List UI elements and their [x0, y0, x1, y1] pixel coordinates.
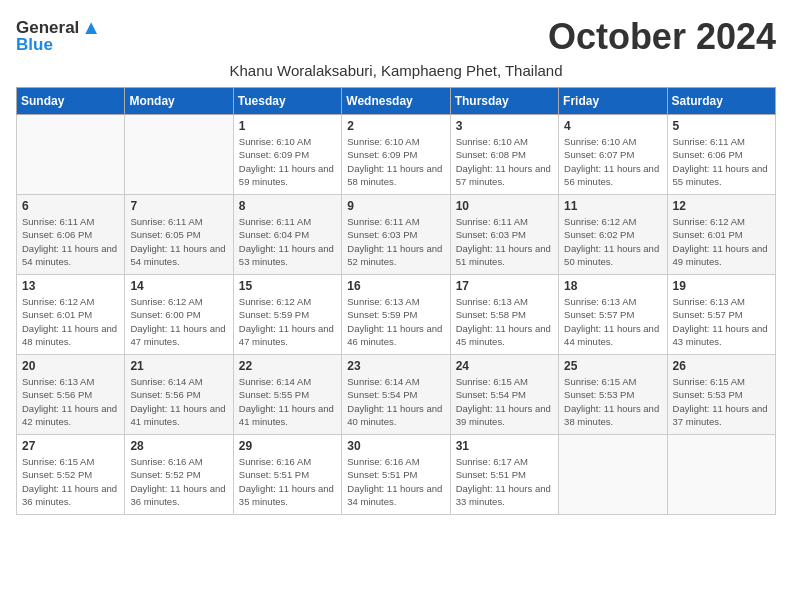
- day-info: Sunrise: 6:13 AMSunset: 5:56 PMDaylight:…: [22, 375, 119, 428]
- day-info: Sunrise: 6:11 AMSunset: 6:04 PMDaylight:…: [239, 215, 336, 268]
- day-info: Sunrise: 6:11 AMSunset: 6:06 PMDaylight:…: [673, 135, 770, 188]
- weekday-header-sunday: Sunday: [17, 88, 125, 115]
- logo: General ▲ Blue: [16, 16, 101, 55]
- weekday-header-tuesday: Tuesday: [233, 88, 341, 115]
- day-number: 27: [22, 439, 119, 453]
- day-number: 11: [564, 199, 661, 213]
- day-number: 17: [456, 279, 553, 293]
- calendar-cell: 12Sunrise: 6:12 AMSunset: 6:01 PMDayligh…: [667, 195, 775, 275]
- day-info: Sunrise: 6:12 AMSunset: 6:01 PMDaylight:…: [673, 215, 770, 268]
- day-number: 5: [673, 119, 770, 133]
- day-number: 25: [564, 359, 661, 373]
- subtitle: Khanu Woralaksaburi, Kamphaeng Phet, Tha…: [16, 62, 776, 79]
- day-info: Sunrise: 6:17 AMSunset: 5:51 PMDaylight:…: [456, 455, 553, 508]
- day-info: Sunrise: 6:16 AMSunset: 5:51 PMDaylight:…: [347, 455, 444, 508]
- day-number: 28: [130, 439, 227, 453]
- day-number: 22: [239, 359, 336, 373]
- calendar-cell: 7Sunrise: 6:11 AMSunset: 6:05 PMDaylight…: [125, 195, 233, 275]
- day-number: 9: [347, 199, 444, 213]
- day-info: Sunrise: 6:14 AMSunset: 5:54 PMDaylight:…: [347, 375, 444, 428]
- day-number: 3: [456, 119, 553, 133]
- calendar-cell: 30Sunrise: 6:16 AMSunset: 5:51 PMDayligh…: [342, 435, 450, 515]
- calendar-cell: 13Sunrise: 6:12 AMSunset: 6:01 PMDayligh…: [17, 275, 125, 355]
- calendar-cell: 16Sunrise: 6:13 AMSunset: 5:59 PMDayligh…: [342, 275, 450, 355]
- day-info: Sunrise: 6:10 AMSunset: 6:09 PMDaylight:…: [239, 135, 336, 188]
- day-info: Sunrise: 6:11 AMSunset: 6:05 PMDaylight:…: [130, 215, 227, 268]
- calendar-cell: 9Sunrise: 6:11 AMSunset: 6:03 PMDaylight…: [342, 195, 450, 275]
- day-number: 13: [22, 279, 119, 293]
- calendar-cell: 31Sunrise: 6:17 AMSunset: 5:51 PMDayligh…: [450, 435, 558, 515]
- day-info: Sunrise: 6:13 AMSunset: 5:57 PMDaylight:…: [673, 295, 770, 348]
- day-info: Sunrise: 6:15 AMSunset: 5:53 PMDaylight:…: [673, 375, 770, 428]
- day-info: Sunrise: 6:12 AMSunset: 6:01 PMDaylight:…: [22, 295, 119, 348]
- day-info: Sunrise: 6:14 AMSunset: 5:56 PMDaylight:…: [130, 375, 227, 428]
- weekday-header-monday: Monday: [125, 88, 233, 115]
- day-number: 12: [673, 199, 770, 213]
- day-info: Sunrise: 6:10 AMSunset: 6:09 PMDaylight:…: [347, 135, 444, 188]
- day-number: 4: [564, 119, 661, 133]
- day-number: 1: [239, 119, 336, 133]
- calendar-cell: 11Sunrise: 6:12 AMSunset: 6:02 PMDayligh…: [559, 195, 667, 275]
- day-info: Sunrise: 6:14 AMSunset: 5:55 PMDaylight:…: [239, 375, 336, 428]
- calendar-cell: 14Sunrise: 6:12 AMSunset: 6:00 PMDayligh…: [125, 275, 233, 355]
- weekday-header-friday: Friday: [559, 88, 667, 115]
- day-number: 14: [130, 279, 227, 293]
- day-info: Sunrise: 6:11 AMSunset: 6:03 PMDaylight:…: [456, 215, 553, 268]
- day-number: 7: [130, 199, 227, 213]
- calendar-cell: 25Sunrise: 6:15 AMSunset: 5:53 PMDayligh…: [559, 355, 667, 435]
- day-number: 20: [22, 359, 119, 373]
- calendar-cell: [17, 115, 125, 195]
- calendar-cell: 1Sunrise: 6:10 AMSunset: 6:09 PMDaylight…: [233, 115, 341, 195]
- calendar-cell: 4Sunrise: 6:10 AMSunset: 6:07 PMDaylight…: [559, 115, 667, 195]
- calendar-cell: [559, 435, 667, 515]
- day-number: 10: [456, 199, 553, 213]
- calendar-cell: 18Sunrise: 6:13 AMSunset: 5:57 PMDayligh…: [559, 275, 667, 355]
- day-info: Sunrise: 6:15 AMSunset: 5:54 PMDaylight:…: [456, 375, 553, 428]
- day-number: 21: [130, 359, 227, 373]
- calendar-cell: 26Sunrise: 6:15 AMSunset: 5:53 PMDayligh…: [667, 355, 775, 435]
- logo-blue-text: Blue: [16, 35, 53, 55]
- calendar-cell: 2Sunrise: 6:10 AMSunset: 6:09 PMDaylight…: [342, 115, 450, 195]
- day-number: 23: [347, 359, 444, 373]
- day-info: Sunrise: 6:12 AMSunset: 6:00 PMDaylight:…: [130, 295, 227, 348]
- day-info: Sunrise: 6:15 AMSunset: 5:52 PMDaylight:…: [22, 455, 119, 508]
- calendar-cell: [125, 115, 233, 195]
- calendar-cell: 22Sunrise: 6:14 AMSunset: 5:55 PMDayligh…: [233, 355, 341, 435]
- day-info: Sunrise: 6:12 AMSunset: 5:59 PMDaylight:…: [239, 295, 336, 348]
- weekday-header-wednesday: Wednesday: [342, 88, 450, 115]
- day-number: 8: [239, 199, 336, 213]
- day-number: 6: [22, 199, 119, 213]
- day-info: Sunrise: 6:13 AMSunset: 5:58 PMDaylight:…: [456, 295, 553, 348]
- calendar-cell: 24Sunrise: 6:15 AMSunset: 5:54 PMDayligh…: [450, 355, 558, 435]
- calendar-cell: 10Sunrise: 6:11 AMSunset: 6:03 PMDayligh…: [450, 195, 558, 275]
- day-number: 26: [673, 359, 770, 373]
- calendar-cell: 19Sunrise: 6:13 AMSunset: 5:57 PMDayligh…: [667, 275, 775, 355]
- calendar-cell: 15Sunrise: 6:12 AMSunset: 5:59 PMDayligh…: [233, 275, 341, 355]
- day-number: 30: [347, 439, 444, 453]
- day-number: 29: [239, 439, 336, 453]
- calendar-cell: 21Sunrise: 6:14 AMSunset: 5:56 PMDayligh…: [125, 355, 233, 435]
- calendar-cell: 3Sunrise: 6:10 AMSunset: 6:08 PMDaylight…: [450, 115, 558, 195]
- day-info: Sunrise: 6:12 AMSunset: 6:02 PMDaylight:…: [564, 215, 661, 268]
- calendar-cell: 20Sunrise: 6:13 AMSunset: 5:56 PMDayligh…: [17, 355, 125, 435]
- month-title: October 2024: [548, 16, 776, 58]
- day-info: Sunrise: 6:10 AMSunset: 6:07 PMDaylight:…: [564, 135, 661, 188]
- day-info: Sunrise: 6:13 AMSunset: 5:57 PMDaylight:…: [564, 295, 661, 348]
- day-info: Sunrise: 6:11 AMSunset: 6:06 PMDaylight:…: [22, 215, 119, 268]
- calendar-cell: 27Sunrise: 6:15 AMSunset: 5:52 PMDayligh…: [17, 435, 125, 515]
- header: General ▲ Blue October 2024: [16, 16, 776, 58]
- day-number: 19: [673, 279, 770, 293]
- day-info: Sunrise: 6:11 AMSunset: 6:03 PMDaylight:…: [347, 215, 444, 268]
- day-number: 16: [347, 279, 444, 293]
- weekday-header-saturday: Saturday: [667, 88, 775, 115]
- calendar-cell: 29Sunrise: 6:16 AMSunset: 5:51 PMDayligh…: [233, 435, 341, 515]
- day-info: Sunrise: 6:13 AMSunset: 5:59 PMDaylight:…: [347, 295, 444, 348]
- day-number: 31: [456, 439, 553, 453]
- day-info: Sunrise: 6:16 AMSunset: 5:51 PMDaylight:…: [239, 455, 336, 508]
- weekday-header-thursday: Thursday: [450, 88, 558, 115]
- calendar-table: SundayMondayTuesdayWednesdayThursdayFrid…: [16, 87, 776, 515]
- calendar-cell: [667, 435, 775, 515]
- day-number: 18: [564, 279, 661, 293]
- logo-icon: ▲: [81, 16, 101, 39]
- calendar-cell: 6Sunrise: 6:11 AMSunset: 6:06 PMDaylight…: [17, 195, 125, 275]
